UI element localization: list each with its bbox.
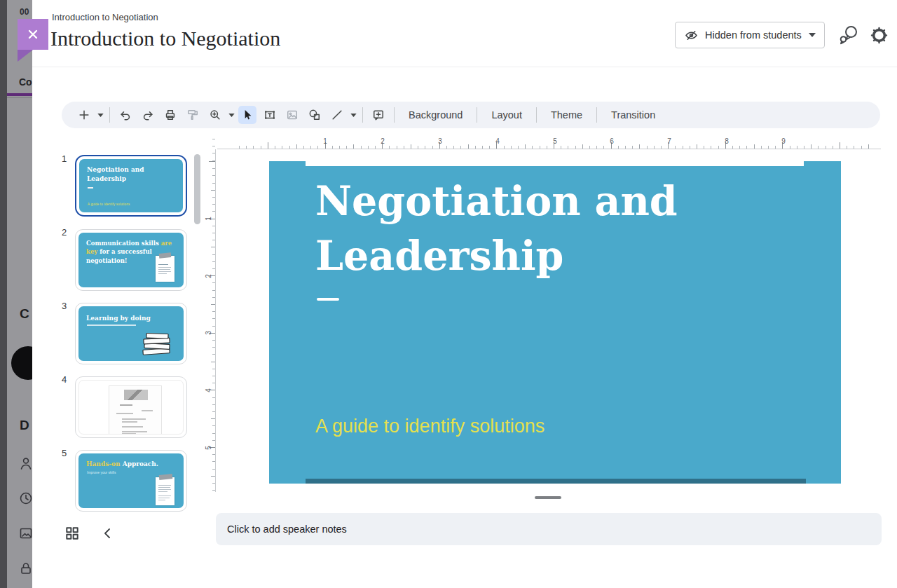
slide-thumbnail-5[interactable]: Hands-on Approach. Improve your skills — [75, 450, 187, 512]
add-slide-menu-caret[interactable] — [96, 106, 104, 124]
background-button[interactable]: Background — [399, 109, 472, 121]
slide-canvas[interactable]: Negotiation and Leadership A guide to id… — [269, 161, 841, 484]
slide-number: 1 — [62, 153, 67, 164]
thumb-subtitle: A guide to identify solutions — [88, 203, 130, 206]
theme-button[interactable]: Theme — [541, 109, 592, 121]
conversation-icon — [838, 25, 859, 46]
eye-slash-icon — [684, 28, 699, 43]
layout-button[interactable]: Layout — [481, 109, 532, 121]
slide-number: 5 — [62, 448, 67, 458]
slide-thumbnail-3[interactable]: Learning by doing — [75, 303, 187, 364]
add-slide-button[interactable] — [75, 106, 93, 124]
lock-icon — [18, 561, 34, 576]
slide-subtitle[interactable]: A guide to identify solutions — [315, 416, 545, 437]
person-icon — [18, 456, 34, 471]
ruler-number: 4 — [493, 137, 502, 145]
toolbar-separator — [536, 107, 537, 123]
insert-shape-button[interactable] — [306, 106, 324, 124]
ruler-number: 2 — [205, 272, 213, 280]
toolbar-separator — [596, 107, 597, 123]
panel-header: Introduction to Negotiation Introduction… — [32, 0, 897, 67]
select-tool-button[interactable] — [238, 106, 256, 124]
vertical-ruler — [215, 149, 216, 492]
ruler-number: 3 — [205, 329, 213, 337]
print-button[interactable] — [161, 106, 179, 124]
slide-number: 3 — [62, 301, 67, 311]
ruler-number: 9 — [779, 137, 788, 145]
ruler-number: 8 — [723, 137, 731, 145]
insert-comment-button[interactable] — [369, 106, 388, 124]
settings-button[interactable] — [868, 25, 889, 46]
ruler-number: 7 — [665, 137, 673, 145]
toolbar-separator — [362, 107, 363, 123]
backdrop-heading-fragment-d: D — [20, 418, 29, 433]
thumb-subtitle-bar — [87, 324, 136, 326]
filmstrip-scrollbar[interactable] — [194, 154, 200, 224]
gear-icon — [870, 26, 889, 45]
toolbar-separator — [394, 107, 395, 123]
speaker-notes-input[interactable]: Click to add speaker notes — [216, 513, 882, 545]
chevron-down-icon — [809, 33, 816, 37]
slide-title-dash — [317, 298, 339, 301]
dimmed-background-page: 00 Co C D — [0, 0, 32, 588]
ruler-number: 3 — [436, 137, 444, 145]
visibility-label: Hidden from students — [705, 29, 802, 41]
cursor-icon — [240, 108, 254, 122]
slide-top-accent — [306, 161, 804, 166]
visibility-dropdown[interactable]: Hidden from students — [675, 22, 825, 48]
backdrop-left-strip — [0, 0, 7, 588]
thumb-dash — [88, 187, 93, 189]
notes-resize-handle[interactable] — [535, 496, 561, 499]
transition-button[interactable]: Transition — [601, 109, 665, 121]
slides-toolbar: Background Layout Theme Transition — [62, 102, 880, 128]
redo-button[interactable] — [139, 106, 157, 124]
thumb-document — [109, 385, 162, 435]
clock-icon — [18, 491, 34, 506]
undo-button[interactable] — [116, 106, 135, 124]
chevron-left-icon — [101, 526, 115, 540]
collapse-filmstrip-button[interactable] — [101, 526, 115, 540]
grid-view-button[interactable] — [64, 526, 80, 541]
insert-image-button[interactable] — [283, 106, 301, 124]
image-icon — [18, 526, 34, 541]
slide-thumbnail-1[interactable]: Negotiation andLeadership A guide to ide… — [75, 155, 187, 217]
speaker-notes-placeholder: Click to add speaker notes — [227, 524, 347, 535]
backdrop-heading-fragment-c: C — [20, 306, 29, 322]
slide-number: 4 — [62, 374, 67, 385]
close-icon — [26, 27, 40, 41]
backdrop-date-fragment: 00 — [20, 7, 29, 17]
horizontal-ruler — [217, 149, 881, 149]
thumb-note — [156, 477, 174, 505]
ruler-number: 4 — [205, 386, 213, 395]
close-button[interactable] — [18, 19, 48, 50]
toolbar-separator — [109, 107, 110, 123]
backdrop-content-tab-fragment: Co — [19, 76, 32, 88]
slide-thumbnail-2[interactable]: Communication skills are key for a succe… — [75, 229, 187, 291]
zoom-button[interactable] — [206, 106, 224, 124]
toolbar-separator — [477, 107, 477, 123]
conversation-button[interactable] — [838, 25, 859, 46]
ruler-number: 5 — [205, 444, 213, 452]
ruler-number: 1 — [321, 137, 329, 145]
breadcrumb: Introduction to Negotiation — [52, 12, 158, 22]
line-menu-caret[interactable] — [349, 106, 357, 124]
ruler-number: 6 — [608, 137, 616, 145]
ruler-number: 2 — [378, 137, 387, 145]
slide-bottom-accent — [306, 479, 806, 484]
slide-thumbnail-4[interactable] — [75, 376, 187, 438]
backdrop-tab-underline — [7, 93, 32, 96]
backdrop-divider — [7, 97, 32, 98]
insert-line-button[interactable] — [328, 106, 346, 124]
thumb-note — [156, 256, 174, 282]
page-title: Introduction to Negotiation — [50, 27, 280, 50]
slide-number: 2 — [62, 227, 67, 238]
grid-view-icon — [64, 526, 80, 541]
books-illustration — [140, 329, 174, 357]
paint-format-button[interactable] — [184, 106, 202, 124]
ruler-number: 1 — [205, 214, 213, 223]
text-box-button[interactable] — [261, 106, 279, 124]
ruler-number: 5 — [551, 137, 559, 145]
screen: 00 Co C D Introduction to Negotiation In… — [0, 0, 897, 588]
zoom-menu-caret[interactable] — [227, 106, 235, 124]
slide-title[interactable]: Negotiation and Leadership — [315, 174, 678, 283]
